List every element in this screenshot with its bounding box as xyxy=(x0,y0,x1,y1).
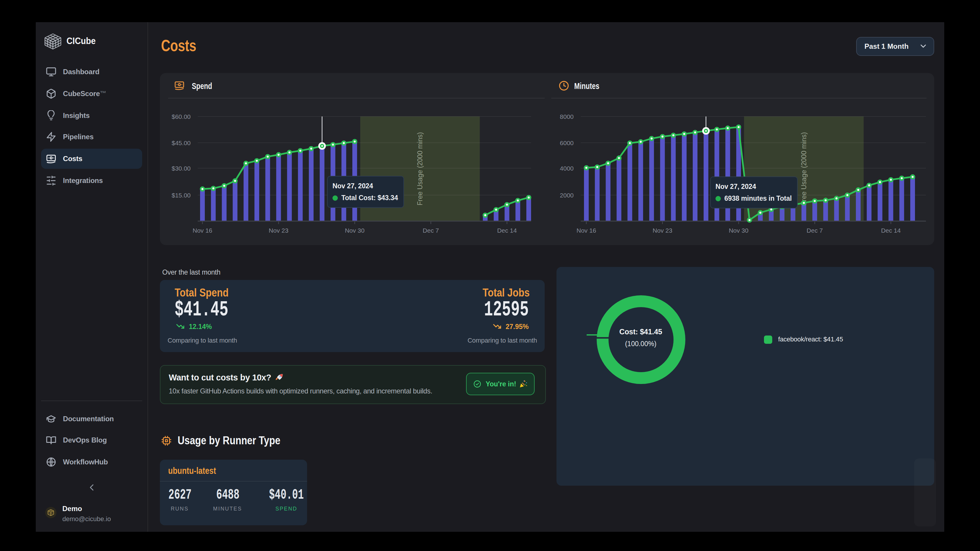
svg-text:Dec 7: Dec 7 xyxy=(807,227,823,234)
svg-text:Nov 30: Nov 30 xyxy=(345,227,365,234)
svg-text:4000: 4000 xyxy=(560,165,574,172)
svg-text:$15.00: $15.00 xyxy=(172,192,191,199)
svg-text:$45.00: $45.00 xyxy=(172,140,191,147)
svg-text:2000: 2000 xyxy=(560,192,574,199)
svg-text:6000: 6000 xyxy=(560,140,574,147)
svg-text:Dec 14: Dec 14 xyxy=(497,227,517,234)
svg-text:Nov 30: Nov 30 xyxy=(729,227,749,234)
svg-text:Nov 16: Nov 16 xyxy=(192,227,213,234)
svg-text:Dec 7: Dec 7 xyxy=(423,227,439,234)
svg-text:Free Usage (2000 mins): Free Usage (2000 mins) xyxy=(800,132,808,205)
svg-text:Dec 14: Dec 14 xyxy=(881,227,901,234)
svg-text:Nov 23: Nov 23 xyxy=(652,227,672,234)
svg-text:Nov 23: Nov 23 xyxy=(269,227,288,234)
svg-text:$30.00: $30.00 xyxy=(172,165,191,172)
svg-text:Nov 16: Nov 16 xyxy=(577,227,597,234)
svg-text:Free Usage (2000 mins): Free Usage (2000 mins) xyxy=(416,132,424,205)
svg-text:8000: 8000 xyxy=(560,113,574,120)
svg-text:$60.00: $60.00 xyxy=(172,113,191,120)
